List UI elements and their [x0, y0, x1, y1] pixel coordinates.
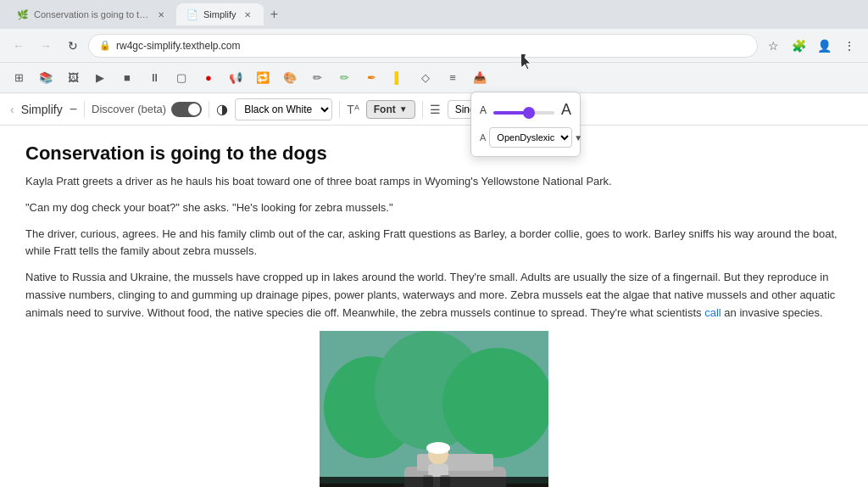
text-size-icon: Tᴬ	[347, 103, 359, 116]
address-text: rw4gc-simplify.texthelp.com	[116, 40, 240, 52]
contrast-icon: ◑	[216, 101, 228, 117]
paragraph-2: "Can my dog check your boat?" she asks. …	[25, 199, 843, 217]
ext-btn-square[interactable]: ▢	[170, 66, 193, 90]
ext-btn-list[interactable]: ≡	[441, 66, 465, 90]
font-face-select[interactable]: OpenDyslexic	[489, 127, 572, 148]
ext-btn-record[interactable]: ●	[197, 66, 220, 90]
separator4	[422, 101, 423, 118]
discover-area: Discover (beta)	[92, 102, 202, 117]
reload-button[interactable]: ↻	[61, 34, 85, 58]
tab-favicon: 🌿	[17, 9, 29, 20]
font-small-icon: A	[480, 104, 487, 116]
font-face-label: A	[480, 132, 486, 143]
font-size-row: A A	[480, 101, 571, 119]
toggle-knob	[188, 104, 200, 115]
article-image	[320, 331, 548, 487]
svg-point-3	[442, 348, 548, 458]
minus-button[interactable]: −	[70, 102, 77, 117]
discover-label: Discover (beta)	[92, 103, 166, 115]
simplify-toolbar: ‹ Simplify − Discover (beta) ◑ Black on …	[0, 93, 868, 126]
back-button[interactable]: ←	[7, 34, 31, 58]
back-arrow[interactable]: ‹	[10, 103, 14, 116]
image-container: You can also adjust the contrast control…	[320, 331, 548, 487]
ext-btn-pause[interactable]: ⏸	[142, 66, 166, 90]
article-photo-svg	[320, 331, 548, 487]
ext-btn-stop[interactable]: ■	[115, 66, 139, 90]
font-button[interactable]: Font ▼	[366, 100, 415, 119]
tab-label: Conservation is going to the do...	[34, 9, 151, 20]
tab-simplify[interactable]: 📄 Simplify ✕	[176, 3, 264, 25]
tab-conservation[interactable]: 🌿 Conservation is going to the do... ✕	[7, 3, 176, 25]
font-big-icon: A	[561, 101, 571, 119]
address-bar[interactable]: 🔒 rw4gc-simplify.texthelp.com	[88, 34, 758, 58]
font-dropdown-popup: A A A OpenDyslexic ▼	[470, 92, 581, 157]
font-size-slider[interactable]	[493, 111, 554, 115]
font-face-row: A OpenDyslexic ▼	[480, 127, 571, 148]
ext-btn-home[interactable]: ⊞	[7, 66, 31, 90]
tab-bar: 🌿 Conservation is going to the do... ✕ 📄…	[0, 0, 868, 29]
tab-simplify-label: Simplify	[203, 9, 236, 20]
ext-btn-repeat[interactable]: 🔁	[251, 66, 275, 90]
profile-button[interactable]: 👤	[812, 34, 836, 58]
extension-puzzle-button[interactable]: 🧩	[787, 34, 810, 58]
ext-btn-play[interactable]: ▶	[88, 66, 112, 90]
article-title: Conservation is going to the dogs	[25, 143, 843, 165]
new-tab-button[interactable]: +	[264, 3, 286, 25]
tab-close-icon[interactable]: ✕	[156, 8, 166, 20]
font-face-arrow: ▼	[574, 133, 582, 143]
separator1	[84, 101, 85, 118]
ext-btn-paint[interactable]: 🎨	[278, 66, 302, 90]
tab-simplify-favicon: 📄	[186, 9, 198, 20]
spacing-icon: ☰	[430, 103, 441, 116]
ext-btn-pen[interactable]: ✒	[359, 66, 383, 90]
paragraph-4: Native to Russia and Ukraine, the mussel…	[25, 269, 843, 322]
simplify-label: Simplify	[21, 103, 63, 116]
bookmark-button[interactable]: ☆	[761, 34, 785, 58]
ext-btn-speaker[interactable]: 📢	[224, 66, 248, 90]
content-area: Conservation is going to the dogs Kayla …	[0, 126, 868, 487]
ext-btn-image[interactable]: 🖼	[61, 66, 85, 90]
separator3	[339, 101, 340, 118]
ext-btn-inbox[interactable]: 📥	[468, 66, 492, 90]
separator2	[209, 101, 209, 118]
contrast-select[interactable]: Black on White	[235, 98, 332, 120]
font-dropdown-arrow: ▼	[399, 104, 408, 114]
font-slider-container	[493, 103, 554, 118]
svg-rect-12	[430, 444, 447, 451]
ext-btn-pencil1[interactable]: ✏	[305, 66, 329, 90]
browser-chrome: 🌿 Conservation is going to the do... ✕ 📄…	[0, 0, 868, 63]
paragraph-3: The driver, curious, agrees. He and his …	[25, 226, 843, 261]
extension-toolbar: ⊞ 📚 🖼 ▶ ■ ⏸ ▢ ● 📢 🔁 🎨 ✏ ✏ ✒ ▌ ◇ ≡ 📥	[0, 63, 868, 93]
article-body: Kayla Pratt greets a driver as he hauls …	[25, 173, 843, 322]
forward-button[interactable]: →	[34, 34, 58, 58]
font-label: Font	[374, 104, 396, 115]
invasive-link[interactable]: call	[704, 306, 721, 319]
more-menu-button[interactable]: ⋮	[837, 34, 861, 58]
discover-toggle[interactable]	[171, 102, 202, 117]
paragraph-1: Kayla Pratt greets a driver as he hauls …	[25, 173, 843, 191]
tab-simplify-close-icon[interactable]: ✕	[242, 8, 253, 20]
ext-btn-pencil2[interactable]: ✏	[332, 66, 356, 90]
nav-bar: ← → ↻ 🔒 rw4gc-simplify.texthelp.com ☆ 🧩 …	[0, 29, 868, 63]
image-caption: You can also adjust the contrast control…	[320, 477, 548, 487]
ext-btn-highlight[interactable]: ▌	[387, 66, 410, 90]
ext-btn-eraser[interactable]: ◇	[414, 66, 437, 90]
ext-btn-books[interactable]: 📚	[34, 66, 58, 90]
